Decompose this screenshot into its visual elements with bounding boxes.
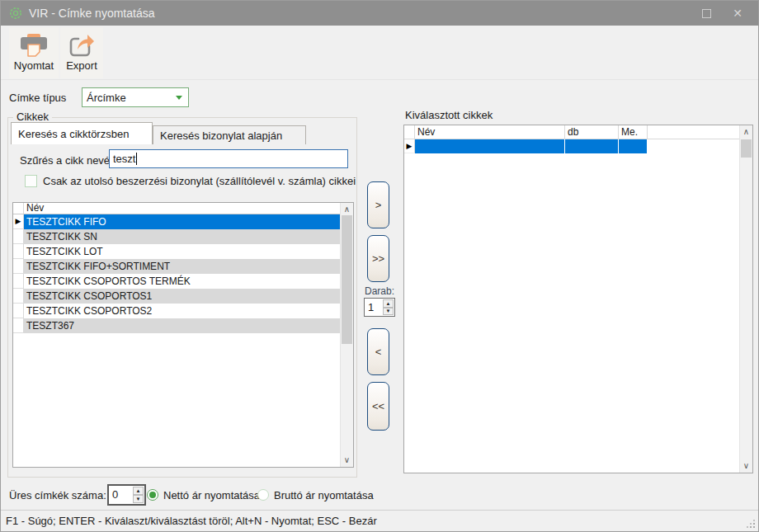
window-controls: ✕ [691,1,753,26]
close-button[interactable]: ✕ [722,1,753,26]
statusbar: F1 - Súgó; ENTER - Kiválaszt/kiválasztás… [1,510,758,531]
selected-articles-list: Név db Me. ▶ ∧ ∨ [403,125,753,473]
last-purchase-checkbox-row: Csak az utolsó beszerzési bizonylat (szá… [25,175,356,187]
column-header-filler [648,125,739,139]
tab-search-catalog[interactable]: Keresés a cikktörzsben [11,122,153,144]
chevron-down-icon [176,96,182,100]
article-list-header: Név [13,203,340,214]
selected-articles-header: Név db Me. [404,125,739,139]
add-selected-button[interactable]: > [367,181,389,228]
article-name: TESZTCIKK FIFO [24,214,340,229]
article-name: TESZTCIKK SN [24,229,340,244]
add-all-button[interactable]: >> [367,235,389,282]
cell-nev [415,139,565,153]
table-row[interactable]: TESZTCIKK SN [13,229,340,244]
article-list-header-label: Név [24,203,340,214]
text-caret [136,153,137,165]
scroll-up-icon[interactable]: ∧ [740,125,752,139]
column-header-nev: Név [415,125,565,139]
resize-grip-icon[interactable] [747,520,755,528]
article-name: TESZTCIKK LOT [24,244,340,259]
spin-up-icon[interactable]: ▲ [133,487,144,495]
row-indicator-header [404,125,415,139]
last-purchase-checkbox-label: Csak az utolsó beszerzési bizonylat (szá… [43,175,356,187]
last-purchase-checkbox[interactable] [25,175,37,187]
print-button-label: Nyomtat [14,59,54,72]
row-indicator-cell [13,304,24,318]
table-row[interactable]: TESZTCIKK FIFO+SORTIMENT [13,259,340,274]
spin-down-icon[interactable]: ▼ [133,495,144,503]
column-header-me: Me. [619,125,648,139]
row-indicator-cell: ▶ [13,214,24,229]
empty-labels-spin-buttons: ▲ ▼ [133,487,144,503]
table-row[interactable]: ▶ TESZTCIKK FIFO [13,214,340,229]
table-row[interactable]: TESZTCIKK CSOPORTOS1 [13,289,340,304]
quantity-value: 1 [365,299,382,316]
table-row[interactable]: TESZTCIKK CSOPORTOS TERMÉK [13,274,340,289]
export-icon [68,31,95,59]
print-button[interactable]: Nyomtat [9,27,59,78]
scrollbar-thumb[interactable] [741,139,752,158]
empty-labels-value: 0 [109,486,132,504]
table-row[interactable]: TESZTCIKK LOT [13,244,340,259]
tab-search-document-label: Keresés bizonylat alapján [160,129,282,142]
label-type-select[interactable]: Árcímke [82,87,189,107]
app-icon [9,7,22,20]
scroll-down-icon[interactable]: ∨ [341,454,353,467]
row-indicator-cell [13,259,24,274]
spin-down-icon[interactable]: ▼ [383,308,394,316]
radio-gross-price[interactable] [257,489,269,501]
radio-gross-price-label: Bruttó ár nyomtatása [274,489,374,501]
row-indicator-header [13,203,24,214]
cell-me [619,139,648,153]
label-type-value: Árcímke [87,92,126,104]
spin-up-icon[interactable]: ▲ [383,299,394,308]
empty-labels-stepper[interactable]: 0 ▲ ▼ [107,484,146,506]
window-title: VIR - Címke nyomtatása [29,7,155,20]
export-button[interactable]: Export [60,27,103,78]
quantity-stepper[interactable]: 1 ▲ ▼ [364,298,395,317]
toolbar: Nyomtat Export [1,26,758,80]
table-row[interactable]: TESZTCIKK CSOPORTOS2 [13,304,340,318]
close-icon: ✕ [733,7,742,19]
row-indicator-cell [13,289,24,304]
titlebar: VIR - Címke nyomtatása ✕ [1,1,758,26]
filter-label: Szűrés a cikk nevére: [20,154,122,167]
scrollbar-thumb[interactable] [342,215,352,344]
scroll-up-icon[interactable]: ∧ [341,203,353,216]
selected-list-scrollbar[interactable]: ∧ ∨ [739,125,752,473]
row-marker-icon: ▶ [407,143,412,150]
row-marker-icon: ▶ [16,218,21,225]
article-name: TESZTCIKK CSOPORTOS TERMÉK [24,274,340,289]
article-list: Név ▶ TESZTCIKK FIFO TESZTCIKK SN TESZTC… [12,202,354,468]
tab-search-document[interactable]: Keresés bizonylat alapján [153,125,306,144]
article-name: TESZTCIKK FIFO+SORTIMENT [24,259,340,274]
row-indicator-cell [13,274,24,289]
article-name: TESZTCIKK CSOPORTOS2 [24,304,340,318]
table-row[interactable]: TESZT367 [13,318,340,333]
remove-selected-button[interactable]: < [367,328,389,375]
table-row[interactable]: ▶ [404,139,739,153]
maximize-icon [702,9,711,18]
column-header-db: db [565,125,619,139]
article-name: TESZTCIKK CSOPORTOS1 [24,289,340,304]
filter-input[interactable]: teszt [109,149,348,168]
printer-icon [20,31,48,59]
articles-group-label: Cikkek [13,111,52,123]
quantity-label: Darab: [361,285,398,297]
label-type-label: Címke típus [9,92,66,104]
empty-labels-label: Üres címkék száma: [9,489,106,501]
cell-db [565,139,619,153]
selected-articles-label: Kiválasztott cikkek [405,109,493,121]
row-indicator-cell [13,318,24,333]
article-name: TESZT367 [24,318,340,333]
articles-group: Cikkek Keresés a cikktörzsben Keresés bi… [7,117,357,478]
scroll-down-icon[interactable]: ∨ [740,459,752,473]
remove-all-button[interactable]: << [367,382,389,431]
row-indicator-cell: ▶ [404,139,415,153]
export-button-label: Export [66,59,97,72]
article-list-scrollbar[interactable]: ∧ ∨ [340,203,353,467]
tab-search-catalog-label: Keresés a cikktörzsben [18,128,129,140]
radio-net-price[interactable] [147,489,158,501]
maximize-button[interactable] [691,1,722,26]
